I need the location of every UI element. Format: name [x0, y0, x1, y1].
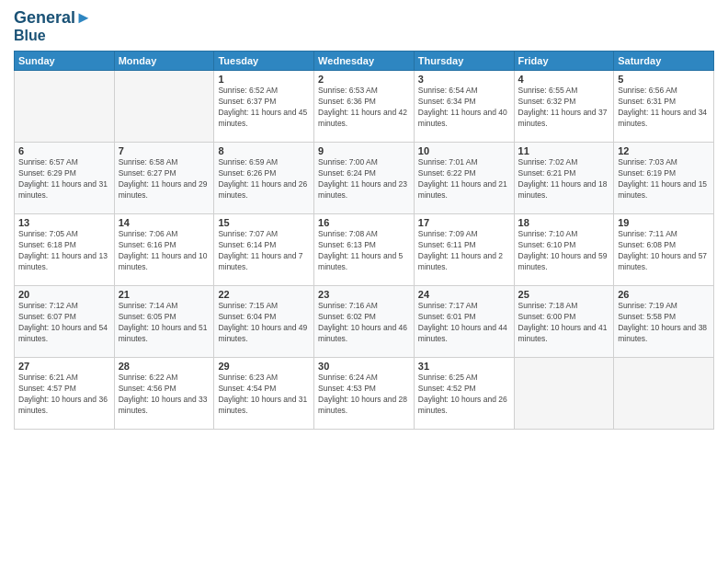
calendar-cell: 19Sunrise: 7:11 AM Sunset: 6:08 PM Dayli… [614, 214, 714, 286]
calendar-cell: 26Sunrise: 7:19 AM Sunset: 5:58 PM Dayli… [614, 286, 714, 358]
day-number: 11 [518, 145, 610, 156]
day-info: Sunrise: 6:54 AM Sunset: 6:34 PM Dayligh… [418, 86, 510, 130]
day-number: 30 [318, 361, 410, 372]
day-number: 12 [618, 145, 710, 156]
day-info: Sunrise: 6:55 AM Sunset: 6:32 PM Dayligh… [518, 86, 610, 130]
day-info: Sunrise: 6:59 AM Sunset: 6:26 PM Dayligh… [218, 157, 310, 201]
day-info: Sunrise: 7:07 AM Sunset: 6:14 PM Dayligh… [218, 229, 310, 273]
day-number: 16 [318, 217, 410, 228]
weekday-header: Monday [114, 52, 214, 71]
day-number: 26 [618, 289, 710, 300]
calendar-cell [514, 358, 614, 430]
logo: General► Blue [14, 9, 92, 43]
day-number: 27 [18, 361, 110, 372]
calendar-cell: 13Sunrise: 7:05 AM Sunset: 6:18 PM Dayli… [15, 214, 115, 286]
weekday-header: Wednesday [314, 52, 415, 71]
weekday-header: Thursday [414, 52, 514, 71]
page-header: General► Blue [14, 9, 714, 43]
day-number: 4 [518, 74, 610, 85]
calendar-cell: 10Sunrise: 7:01 AM Sunset: 6:22 PM Dayli… [414, 143, 514, 214]
day-number: 25 [518, 289, 610, 300]
day-info: Sunrise: 7:11 AM Sunset: 6:08 PM Dayligh… [618, 229, 710, 273]
day-info: Sunrise: 6:58 AM Sunset: 6:27 PM Dayligh… [119, 157, 210, 201]
day-number: 20 [18, 289, 110, 300]
calendar-header-row: SundayMondayTuesdayWednesdayThursdayFrid… [15, 52, 714, 71]
day-info: Sunrise: 7:09 AM Sunset: 6:11 PM Dayligh… [418, 229, 510, 273]
calendar-body: 1Sunrise: 6:52 AM Sunset: 6:37 PM Daylig… [15, 71, 714, 430]
calendar-cell: 20Sunrise: 7:12 AM Sunset: 6:07 PM Dayli… [15, 286, 115, 358]
day-info: Sunrise: 6:24 AM Sunset: 4:53 PM Dayligh… [318, 373, 410, 417]
day-info: Sunrise: 6:56 AM Sunset: 6:31 PM Dayligh… [618, 86, 710, 130]
day-info: Sunrise: 7:05 AM Sunset: 6:18 PM Dayligh… [18, 229, 110, 273]
calendar-cell: 4Sunrise: 6:55 AM Sunset: 6:32 PM Daylig… [514, 71, 614, 143]
day-info: Sunrise: 7:17 AM Sunset: 6:01 PM Dayligh… [418, 301, 510, 345]
day-number: 31 [418, 361, 510, 372]
day-info: Sunrise: 7:18 AM Sunset: 6:00 PM Dayligh… [518, 301, 610, 345]
calendar-cell: 11Sunrise: 7:02 AM Sunset: 6:21 PM Dayli… [514, 143, 614, 214]
day-info: Sunrise: 7:10 AM Sunset: 6:10 PM Dayligh… [518, 229, 610, 273]
day-number: 8 [218, 145, 310, 156]
day-number: 29 [218, 361, 310, 372]
day-info: Sunrise: 7:15 AM Sunset: 6:04 PM Dayligh… [218, 301, 310, 345]
calendar-cell: 18Sunrise: 7:10 AM Sunset: 6:10 PM Dayli… [514, 214, 614, 286]
day-number: 21 [119, 289, 210, 300]
calendar-cell: 8Sunrise: 6:59 AM Sunset: 6:26 PM Daylig… [214, 143, 314, 214]
calendar-week-row: 13Sunrise: 7:05 AM Sunset: 6:18 PM Dayli… [15, 214, 714, 286]
calendar-cell: 27Sunrise: 6:21 AM Sunset: 4:57 PM Dayli… [15, 358, 115, 430]
calendar-cell: 16Sunrise: 7:08 AM Sunset: 6:13 PM Dayli… [314, 214, 415, 286]
calendar-cell: 6Sunrise: 6:57 AM Sunset: 6:29 PM Daylig… [15, 143, 115, 214]
calendar-cell: 28Sunrise: 6:22 AM Sunset: 4:56 PM Dayli… [114, 358, 214, 430]
day-info: Sunrise: 7:06 AM Sunset: 6:16 PM Dayligh… [119, 229, 210, 273]
calendar-cell: 25Sunrise: 7:18 AM Sunset: 6:00 PM Dayli… [514, 286, 614, 358]
calendar-cell: 29Sunrise: 6:23 AM Sunset: 4:54 PM Dayli… [214, 358, 314, 430]
calendar-week-row: 27Sunrise: 6:21 AM Sunset: 4:57 PM Dayli… [15, 358, 714, 430]
calendar-cell: 17Sunrise: 7:09 AM Sunset: 6:11 PM Dayli… [414, 214, 514, 286]
calendar-cell: 15Sunrise: 7:07 AM Sunset: 6:14 PM Dayli… [214, 214, 314, 286]
day-info: Sunrise: 6:22 AM Sunset: 4:56 PM Dayligh… [119, 373, 210, 417]
day-info: Sunrise: 6:57 AM Sunset: 6:29 PM Dayligh… [18, 157, 110, 201]
day-number: 13 [18, 217, 110, 228]
day-number: 23 [318, 289, 410, 300]
calendar-cell: 14Sunrise: 7:06 AM Sunset: 6:16 PM Dayli… [114, 214, 214, 286]
logo-blue: Blue [14, 28, 92, 44]
day-info: Sunrise: 6:52 AM Sunset: 6:37 PM Dayligh… [218, 86, 310, 130]
day-number: 15 [218, 217, 310, 228]
calendar-cell: 30Sunrise: 6:24 AM Sunset: 4:53 PM Dayli… [314, 358, 415, 430]
day-info: Sunrise: 7:02 AM Sunset: 6:21 PM Dayligh… [518, 157, 610, 201]
weekday-header: Tuesday [214, 52, 314, 71]
day-number: 5 [618, 74, 710, 85]
day-info: Sunrise: 7:00 AM Sunset: 6:24 PM Dayligh… [318, 157, 410, 201]
day-info: Sunrise: 7:12 AM Sunset: 6:07 PM Dayligh… [18, 301, 110, 345]
day-number: 18 [518, 217, 610, 228]
day-number: 9 [318, 145, 410, 156]
day-info: Sunrise: 6:21 AM Sunset: 4:57 PM Dayligh… [18, 373, 110, 417]
calendar-cell: 5Sunrise: 6:56 AM Sunset: 6:31 PM Daylig… [614, 71, 714, 143]
calendar-cell [114, 71, 214, 143]
day-info: Sunrise: 7:03 AM Sunset: 6:19 PM Dayligh… [618, 157, 710, 201]
day-info: Sunrise: 6:53 AM Sunset: 6:36 PM Dayligh… [318, 86, 410, 130]
calendar-cell: 1Sunrise: 6:52 AM Sunset: 6:37 PM Daylig… [214, 71, 314, 143]
day-number: 17 [418, 217, 510, 228]
calendar-cell: 7Sunrise: 6:58 AM Sunset: 6:27 PM Daylig… [114, 143, 214, 214]
day-number: 10 [418, 145, 510, 156]
day-number: 22 [218, 289, 310, 300]
day-number: 7 [119, 145, 210, 156]
day-info: Sunrise: 6:25 AM Sunset: 4:52 PM Dayligh… [418, 373, 510, 417]
calendar-cell: 9Sunrise: 7:00 AM Sunset: 6:24 PM Daylig… [314, 143, 415, 214]
calendar-cell: 2Sunrise: 6:53 AM Sunset: 6:36 PM Daylig… [314, 71, 415, 143]
calendar-cell: 22Sunrise: 7:15 AM Sunset: 6:04 PM Dayli… [214, 286, 314, 358]
calendar-cell: 31Sunrise: 6:25 AM Sunset: 4:52 PM Dayli… [414, 358, 514, 430]
day-number: 14 [119, 217, 210, 228]
calendar-table: SundayMondayTuesdayWednesdayThursdayFrid… [14, 51, 714, 430]
calendar-cell [15, 71, 115, 143]
weekday-header: Friday [514, 52, 614, 71]
calendar-cell: 3Sunrise: 6:54 AM Sunset: 6:34 PM Daylig… [414, 71, 514, 143]
day-number: 28 [119, 361, 210, 372]
day-info: Sunrise: 7:14 AM Sunset: 6:05 PM Dayligh… [119, 301, 210, 345]
weekday-header: Saturday [614, 52, 714, 71]
weekday-header: Sunday [15, 52, 115, 71]
day-number: 24 [418, 289, 510, 300]
calendar-cell: 12Sunrise: 7:03 AM Sunset: 6:19 PM Dayli… [614, 143, 714, 214]
calendar-cell: 23Sunrise: 7:16 AM Sunset: 6:02 PM Dayli… [314, 286, 415, 358]
calendar-week-row: 1Sunrise: 6:52 AM Sunset: 6:37 PM Daylig… [15, 71, 714, 143]
